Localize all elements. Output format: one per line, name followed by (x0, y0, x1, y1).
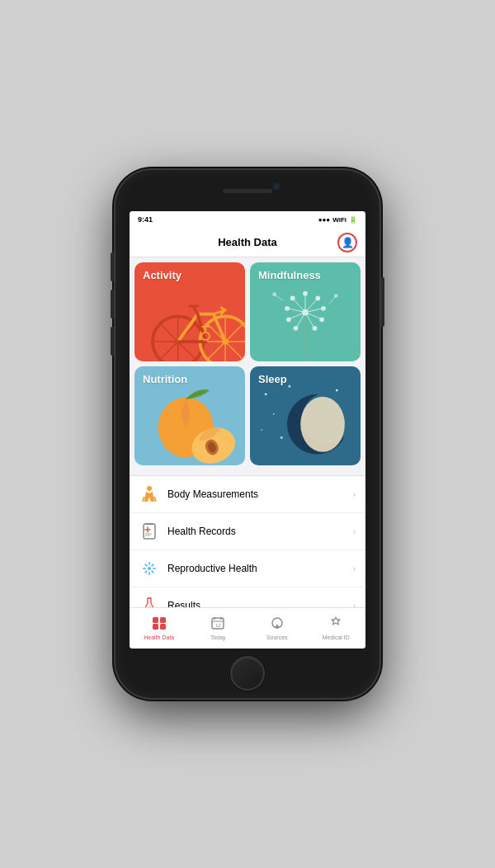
svg-point-20 (315, 296, 320, 301)
mindfulness-label: Mindfulness (258, 269, 321, 281)
nutrition-label: Nutrition (143, 373, 187, 385)
results-label: Results (167, 600, 353, 607)
results-chevron: › (353, 601, 356, 608)
wifi-icon: WiFi (332, 216, 346, 224)
svg-point-18 (303, 291, 308, 296)
svg-line-23 (305, 313, 321, 319)
phone-top-bar (116, 170, 380, 211)
tab-bar: Health Data 12 Today (130, 607, 365, 649)
svg-point-47 (336, 389, 338, 392)
medical-id-tab-label: Medical ID (323, 634, 350, 640)
health-data-tab-label: Health Data (144, 634, 174, 640)
svg-rect-77 (153, 617, 158, 623)
list-item-body-measurements[interactable]: Body Measurements › (130, 476, 365, 513)
category-grid: Activity (130, 257, 365, 470)
content-scroll[interactable]: Activity (130, 257, 365, 607)
list-item-reproductive-health[interactable]: Reproductive Health › (130, 550, 365, 587)
svg-point-26 (313, 326, 318, 331)
activity-label: Activity (143, 269, 182, 281)
medical-id-tab-icon (329, 616, 342, 633)
svg-line-67 (152, 571, 154, 573)
tab-today[interactable]: 12 Today (193, 616, 243, 640)
reproductive-health-chevron: › (353, 564, 356, 573)
svg-rect-79 (153, 624, 158, 630)
status-icons: ●●● WiFi 🔋 (318, 216, 357, 224)
svg-line-68 (152, 564, 154, 567)
today-tab-label: Today (210, 634, 226, 640)
list-section: Body Measurements › Health Re (130, 475, 365, 607)
tab-health-data[interactable]: Health Data (134, 616, 184, 640)
svg-point-32 (285, 306, 290, 311)
sources-tab-icon (271, 616, 284, 633)
signal-icon: ●●● (318, 216, 331, 224)
svg-point-45 (288, 385, 290, 388)
svg-point-50 (280, 436, 283, 439)
svg-line-27 (296, 313, 305, 328)
tab-sources[interactable]: Sources (252, 616, 302, 640)
status-bar: 9:41 ●●● WiFi 🔋 (130, 211, 365, 228)
svg-point-61 (148, 567, 151, 570)
svg-point-24 (319, 317, 324, 322)
svg-point-44 (265, 393, 267, 395)
svg-line-56 (143, 497, 144, 502)
svg-line-29 (290, 313, 305, 319)
battery-icon: 🔋 (349, 216, 357, 224)
svg-line-57 (154, 497, 156, 502)
health-records-icon (139, 521, 159, 541)
svg-point-54 (300, 397, 345, 452)
speaker (223, 189, 272, 193)
svg-line-35 (329, 297, 336, 305)
body-measurements-chevron: › (353, 490, 356, 499)
nav-title: Health Data (218, 236, 277, 248)
health-records-chevron: › (353, 527, 356, 536)
svg-point-55 (147, 486, 152, 491)
svg-point-46 (273, 413, 275, 415)
today-tab-icon: 12 (211, 616, 224, 633)
phone-bottom-bar (116, 649, 380, 698)
screen: 9:41 ●●● WiFi 🔋 Health Data 👤 Activity (130, 211, 365, 649)
svg-point-49 (261, 429, 262, 431)
results-icon (139, 596, 159, 607)
svg-rect-78 (160, 617, 166, 623)
tab-medical-id[interactable]: Medical ID (311, 616, 361, 640)
sources-tab-label: Sources (266, 634, 288, 640)
camera (273, 183, 280, 190)
svg-line-66 (145, 564, 148, 567)
list-item-health-records[interactable]: Health Records › (130, 513, 365, 550)
health-data-tab-icon (152, 616, 167, 633)
body-measurements-label: Body Measurements (167, 488, 353, 500)
category-card-mindfulness[interactable]: Mindfulness (250, 262, 361, 361)
nav-bar: Health Data 👤 (130, 228, 365, 257)
status-time: 9:41 (138, 215, 153, 224)
svg-line-25 (305, 313, 314, 328)
svg-point-38 (272, 292, 276, 296)
list-item-results[interactable]: Results › (130, 587, 365, 607)
home-button[interactable] (230, 656, 265, 691)
category-card-activity[interactable]: Activity (134, 262, 245, 361)
body-measurements-icon (139, 484, 159, 504)
svg-rect-58 (144, 524, 155, 539)
svg-text:12: 12 (215, 623, 221, 628)
profile-button[interactable]: 👤 (337, 233, 357, 252)
svg-rect-80 (160, 624, 166, 630)
svg-line-37 (276, 295, 284, 301)
reproductive-health-label: Reproductive Health (167, 563, 353, 574)
svg-line-69 (145, 571, 148, 573)
phone-frame: 9:41 ●●● WiFi 🔋 Health Data 👤 Activity (116, 170, 380, 698)
svg-point-36 (334, 294, 338, 298)
profile-icon: 👤 (342, 237, 354, 248)
sleep-label: Sleep (258, 373, 287, 385)
health-records-label: Health Records (167, 526, 353, 537)
svg-point-30 (286, 317, 291, 322)
svg-point-22 (321, 306, 326, 311)
svg-point-28 (294, 326, 299, 331)
category-card-nutrition[interactable]: Nutrition (134, 366, 245, 465)
category-card-sleep[interactable]: Sleep (250, 366, 361, 465)
reproductive-health-icon (139, 559, 159, 578)
svg-point-34 (290, 296, 295, 301)
